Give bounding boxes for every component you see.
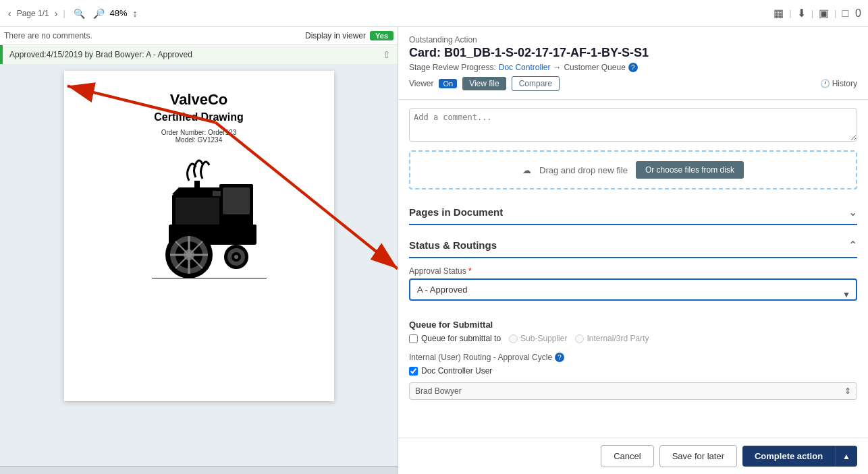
view-file-btn[interactable]: View file <box>462 77 506 90</box>
right-header: Outstanding Action Card: B01_DB-1-S-02-1… <box>398 27 868 100</box>
user-field-arrows: ⇕ <box>844 386 851 396</box>
svg-point-18 <box>234 255 238 259</box>
viewer-row: Viewer On View file Compare 🕐 History <box>409 76 857 91</box>
sub-supplier-radio[interactable] <box>509 334 518 343</box>
doc-controller-checkbox[interactable] <box>409 367 418 376</box>
stage-to: Customer Queue <box>564 63 625 72</box>
count-icon[interactable]: 0 <box>854 6 863 21</box>
queue-section: Queue for Submittal Queue for submittal … <box>409 320 857 343</box>
next-page-btn[interactable]: › <box>52 7 61 20</box>
pages-section-header: Pages in Document ⌄ <box>409 200 857 225</box>
user-name: Brad Bowyer <box>415 386 462 396</box>
zoom-adjust-btn[interactable]: ↕ <box>130 7 140 20</box>
complete-action-dropdown-btn[interactable]: ▲ <box>835 446 857 467</box>
viewer-on-badge: On <box>439 79 457 88</box>
zoom-out-btn[interactable]: 🔍 <box>71 7 88 20</box>
required-star: * <box>468 266 472 276</box>
routing-section: Internal (User) Routing - Approval Cycle… <box>409 353 857 376</box>
choose-files-btn[interactable]: Or choose files from disk <box>636 161 744 179</box>
approval-text: Approved:4/15/2019 by Brad Bowyer: A - A… <box>9 50 192 59</box>
pdf-subtitle: Certified Drawing <box>154 111 243 123</box>
routing-help-icon[interactable]: ? <box>555 353 564 362</box>
clock-icon: 🕐 <box>820 79 830 88</box>
cancel-btn[interactable]: Cancel <box>601 445 653 467</box>
pages-section-title: Pages in Document <box>409 206 503 218</box>
queue-title: Queue for Submittal <box>409 320 857 330</box>
top-toolbar: ‹ Page 1/1 › | 🔍 🔎 48% ↕ ▦ | ⬇ | ▣ | □ 0 <box>0 0 868 27</box>
status-section-title: Status & Routings <box>409 239 497 251</box>
stage-progress-label: Stage Review Progress: <box>409 63 496 72</box>
no-comments-text: There are no comments. <box>4 31 92 40</box>
main-content: There are no comments. Display in viewer… <box>0 27 868 474</box>
tractor-illustration <box>132 157 267 278</box>
comments-bar: There are no comments. Display in viewer… <box>0 27 398 45</box>
card-title: Card: B01_DB-1-S-02-17-17-AF-1-BY-S-S1 <box>409 46 857 60</box>
pdf-area: ValveCo Certified Drawing Order Number: … <box>0 64 398 466</box>
routing-title: Internal (User) Routing - Approval Cycle… <box>409 353 857 362</box>
approval-status-select[interactable]: A - Approved B - Approved as Noted C - R… <box>409 278 857 301</box>
comment-textarea[interactable] <box>409 108 857 142</box>
toolbar-icons: ▦ | ⬇ | ▣ | □ 0 <box>772 5 863 21</box>
doc-controller-label: Doc Controller User <box>409 366 857 376</box>
file-drop-area: ☁ Drag and drop new file Or choose files… <box>409 150 857 189</box>
history-link[interactable]: 🕐 History <box>820 79 857 88</box>
fit-page-icon[interactable]: ▦ <box>772 5 785 21</box>
outstanding-label: Outstanding Action <box>409 35 857 45</box>
zoom-controls: 🔍 🔎 48% ↕ <box>71 7 140 20</box>
display-in-viewer: Display in viewer Yes <box>305 31 394 40</box>
right-panel: Outstanding Action Card: B01_DB-1-S-02-1… <box>398 27 868 474</box>
queue-checkbox-label: Queue for submittal to <box>409 334 501 343</box>
svg-rect-2 <box>175 198 223 225</box>
zoom-in-btn[interactable]: 🔎 <box>90 7 107 20</box>
prev-page-btn[interactable]: ‹ <box>5 7 14 20</box>
display-label: Display in viewer <box>305 31 366 40</box>
svg-rect-20 <box>213 191 221 196</box>
stage-row: Stage Review Progress: Doc Controller → … <box>409 63 857 72</box>
internal-party-radio-label: Internal/3rd Party <box>575 334 649 343</box>
cloud-upload-icon: ☁ <box>522 165 531 175</box>
zoom-level: 48% <box>110 8 128 18</box>
stage-help-icon[interactable]: ? <box>628 63 638 72</box>
pages-collapse-btn[interactable]: ⌄ <box>848 206 857 218</box>
status-collapse-btn[interactable]: ⌃ <box>848 239 857 251</box>
save-later-btn[interactable]: Save for later <box>659 445 737 467</box>
page-nav: ‹ Page 1/1 › | <box>5 7 65 20</box>
approval-banner: Approved:4/15/2019 by Brad Bowyer: A - A… <box>0 45 398 64</box>
internal-party-radio[interactable] <box>575 334 584 343</box>
print-icon[interactable]: ▣ <box>817 5 830 21</box>
pdf-page: ValveCo Certified Drawing Order Number: … <box>64 71 334 401</box>
yes-badge: Yes <box>370 31 394 40</box>
banner-collapse-btn[interactable]: ⇧ <box>383 49 391 60</box>
complete-action-group: Complete action ▲ <box>742 446 857 467</box>
horizontal-scrollbar[interactable] <box>0 466 398 474</box>
approval-status-label: Approval Status * <box>409 266 857 276</box>
fullscreen-icon[interactable]: □ <box>840 6 850 21</box>
sub-supplier-radio-label: Sub-Supplier <box>509 334 567 343</box>
viewer-label: Viewer <box>409 79 433 88</box>
user-field: Brad Bowyer ⇕ <box>409 382 857 400</box>
status-section-header: Status & Routings ⌃ <box>409 233 857 258</box>
complete-action-btn[interactable]: Complete action <box>742 446 835 467</box>
page-indicator: Page 1/1 <box>17 9 49 18</box>
queue-row: Queue for submittal to Sub-Supplier Inte… <box>409 334 857 343</box>
svg-rect-4 <box>223 187 250 214</box>
approval-status-wrapper: A - Approved B - Approved as Noted C - R… <box>409 278 857 310</box>
drag-drop-text: Drag and drop new file <box>539 165 628 175</box>
pdf-company: ValveCo <box>170 91 228 109</box>
download-icon[interactable]: ⬇ <box>796 5 807 21</box>
bottom-action-bar: Cancel Save for later Complete action ▲ <box>398 438 868 474</box>
queue-checkbox[interactable] <box>409 334 418 343</box>
right-body: ☁ Drag and drop new file Or choose files… <box>398 100 868 438</box>
pdf-meta: Order Number: Order123 Model: GV1234 <box>161 129 237 144</box>
compare-btn[interactable]: Compare <box>512 76 560 91</box>
stage-from-link[interactable]: Doc Controller <box>499 63 551 72</box>
left-panel: There are no comments. Display in viewer… <box>0 27 398 474</box>
